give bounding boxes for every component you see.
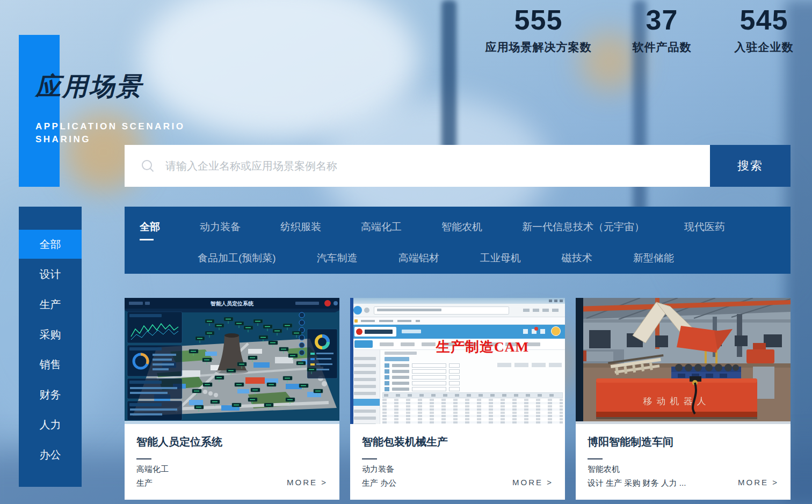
card-industry: 智能农机 [588, 464, 779, 474]
erp-filter-row [385, 369, 460, 374]
card-info: 智能人员定位系统 高端化工 生产 MORE > [125, 424, 339, 500]
erp-main [380, 350, 565, 424]
positioning-dashboard-illustration: 智能人员定位系统 [125, 298, 339, 424]
erp-nav-item [401, 342, 415, 346]
more-link[interactable]: MORE > [287, 478, 328, 487]
industry-tab[interactable]: 新型储能 [633, 251, 674, 265]
star-icon [354, 319, 358, 323]
erp-nav-item [380, 342, 394, 346]
stat-value: 545 [714, 4, 812, 35]
bookmark-labels [361, 320, 420, 322]
erp-sidebar-item [354, 378, 376, 381]
industry-tab[interactable]: 智能农机 [441, 220, 482, 234]
stat-enterprises: 545 入驻企业数 [714, 4, 812, 55]
stat-solutions: 555 应用场景解决方案数 [473, 4, 604, 55]
search-button[interactable]: 搜索 [710, 145, 791, 187]
erp-filter-row [385, 381, 460, 385]
background-blob [140, 0, 419, 140]
erp-logo-text [365, 330, 393, 334]
erp-sidebar-item [350, 399, 380, 406]
case-card-packaging-machinery[interactable]: 生产制造CAM 智能包装机械生产 动力装备 生产 办公 MORE > [350, 298, 565, 500]
forward-icon [364, 308, 369, 313]
erp-breadcrumb [385, 352, 417, 355]
scene-filter-item[interactable]: 生产 [19, 290, 82, 319]
industry-tab[interactable]: 现代医药 [684, 220, 725, 234]
industry-tab[interactable]: 磁技术 [562, 251, 592, 265]
card-industry: 动力装备 [362, 464, 553, 474]
case-card-smart-workshop[interactable]: 移动机器人 博阳智能制造车间 智能农机 设计 生产 采购 财务 人力 ... M… [576, 298, 791, 500]
window-controls-icon [549, 300, 563, 302]
erp-logo-icon [356, 328, 363, 335]
erp-body [350, 350, 565, 424]
erp-left-edge [350, 298, 353, 424]
card-thumbnail-positioning-dashboard: 智能人员定位系统 [125, 298, 339, 424]
erp-sidebar-item [354, 392, 376, 395]
erp-filter-row [385, 375, 460, 379]
notification-badge-icon [534, 327, 538, 331]
card-thumbnail-workshop-photo: 移动机器人 [576, 298, 791, 424]
erp-table-rows [382, 398, 563, 424]
card-info: 智能包装机械生产 动力装备 生产 办公 MORE > [350, 424, 565, 500]
dashboard-title: 智能人员定位系统 [210, 301, 254, 306]
case-card-personnel-positioning[interactable]: 智能人员定位系统 [125, 298, 339, 500]
erp-app-title [402, 330, 421, 333]
scene-filter-item[interactable]: 全部 [19, 230, 82, 259]
stat-value: 555 [473, 4, 604, 35]
erp-sidebar [350, 350, 380, 424]
industry-tabs-panel: 全部动力装备纺织服装高端化工智能农机新一代信息技术（元宇宙）现代医药 食品加工(… [125, 207, 791, 274]
erp-sidebar-item [354, 417, 376, 420]
application-scenario-page: 555 应用场景解决方案数 37 软件产品数 545 入驻企业数 应用场景 AP… [0, 0, 812, 504]
card-title: 智能包装机械生产 [362, 435, 553, 449]
erp-browser-toolbar [350, 304, 565, 317]
card-title: 智能人员定位系统 [136, 435, 328, 449]
card-info: 博阳智能制造车间 智能农机 设计 生产 采购 财务 人力 ... MORE > [576, 424, 791, 500]
card-thumbnail-erp-screenshot: 生产制造CAM [350, 298, 565, 424]
erp-nav-item [354, 340, 373, 348]
erp-table-header [382, 392, 563, 398]
more-link[interactable]: MORE > [738, 478, 779, 487]
card-divider [362, 458, 377, 459]
photo-left-edge [576, 298, 583, 424]
erp-app-header [350, 325, 565, 339]
search-icon [141, 159, 155, 173]
erp-bookmarks-bar [350, 317, 565, 325]
scene-sidebar: 全部设计生产采购销售财务人力办公 [19, 207, 82, 487]
industry-tab[interactable]: 高端化工 [361, 220, 402, 234]
back-icon [353, 306, 362, 315]
scene-filter-item[interactable]: 人力 [19, 410, 82, 439]
dashboard-red-dot-icon [324, 300, 331, 306]
stat-value: 37 [612, 4, 712, 35]
scene-filter-item[interactable]: 采购 [19, 320, 82, 349]
industry-tab[interactable]: 全部 [140, 220, 160, 240]
scene-filter-item[interactable]: 设计 [19, 260, 82, 289]
erp-window-illustration: 生产制造CAM [350, 298, 565, 424]
industry-tabs-row-2: 食品加工(预制菜)汽车制造高端铝材工业母机磁技术新型储能 [198, 251, 791, 265]
stat-label: 软件产品数 [612, 40, 712, 55]
erp-filter-row [385, 363, 460, 368]
more-link[interactable]: MORE > [512, 478, 553, 487]
search-input-wrap[interactable] [125, 145, 710, 187]
erp-sidebar-item [354, 364, 376, 367]
erp-sidebar-item [354, 357, 376, 360]
hero-accent-box [19, 35, 60, 187]
search-bar: 搜索 [125, 145, 791, 187]
scene-filter-item[interactable]: 办公 [19, 440, 82, 469]
industry-tab[interactable]: 汽车制造 [317, 251, 358, 265]
industry-tabs-row-1: 全部动力装备纺织服装高端化工智能农机新一代信息技术（元宇宙）现代医药 [140, 220, 791, 240]
erp-action-button [385, 357, 409, 361]
erp-pager-controls [497, 363, 562, 367]
page-subtitle: APPLICATION SCENARIO SHARING [35, 120, 185, 146]
industry-tab[interactable]: 纺织服装 [280, 220, 321, 234]
scene-filter-item[interactable]: 财务 [19, 380, 82, 409]
industry-tab[interactable]: 高端铝材 [398, 251, 439, 265]
industry-tab[interactable]: 食品加工(预制菜) [198, 251, 276, 265]
search-input[interactable] [164, 159, 710, 173]
industry-tab[interactable]: 动力装备 [200, 220, 241, 234]
address-text [377, 309, 441, 311]
scene-filter-item[interactable]: 销售 [19, 350, 82, 379]
industry-tab[interactable]: 新一代信息技术（元宇宙） [522, 220, 644, 234]
stat-label: 入驻企业数 [714, 40, 812, 55]
erp-nav-item [422, 342, 436, 346]
industry-tab[interactable]: 工业母机 [480, 251, 521, 265]
erp-logo [354, 327, 396, 337]
